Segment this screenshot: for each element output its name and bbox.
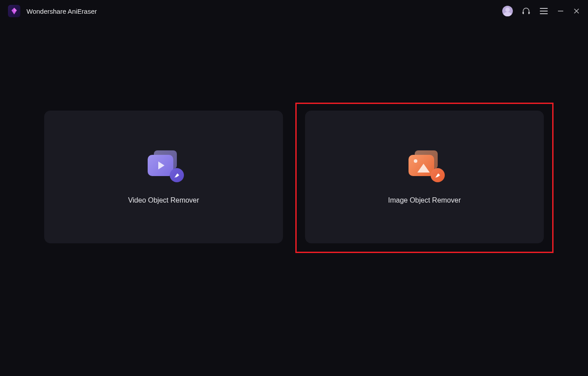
hamburger-icon (539, 7, 548, 15)
main-content: Video Object Remover Image Object Remove… (0, 22, 588, 376)
close-button[interactable] (573, 8, 580, 15)
video-remover-icon (146, 150, 181, 180)
minimize-button[interactable] (557, 8, 564, 15)
video-card-label: Video Object Remover (128, 196, 199, 204)
image-remover-icon (407, 150, 442, 180)
menu-button[interactable] (539, 7, 548, 15)
user-avatar-button[interactable] (502, 6, 513, 16)
support-button[interactable] (522, 7, 531, 15)
image-card-label: Image Object Remover (388, 196, 461, 204)
minimize-icon (557, 8, 564, 15)
user-avatar-icon (502, 6, 513, 16)
eraser-badge-icon (431, 168, 445, 182)
headset-icon (522, 7, 531, 15)
titlebar-right (502, 6, 580, 16)
image-object-remover-card[interactable]: Image Object Remover (305, 111, 544, 243)
titlebar: Wondershare AniEraser (0, 0, 588, 22)
eraser-badge-icon (170, 168, 184, 182)
titlebar-left: Wondershare AniEraser (8, 5, 97, 17)
app-title: Wondershare AniEraser (27, 8, 97, 15)
close-icon (573, 8, 580, 15)
app-logo-icon (8, 5, 20, 17)
video-object-remover-card[interactable]: Video Object Remover (44, 111, 283, 243)
